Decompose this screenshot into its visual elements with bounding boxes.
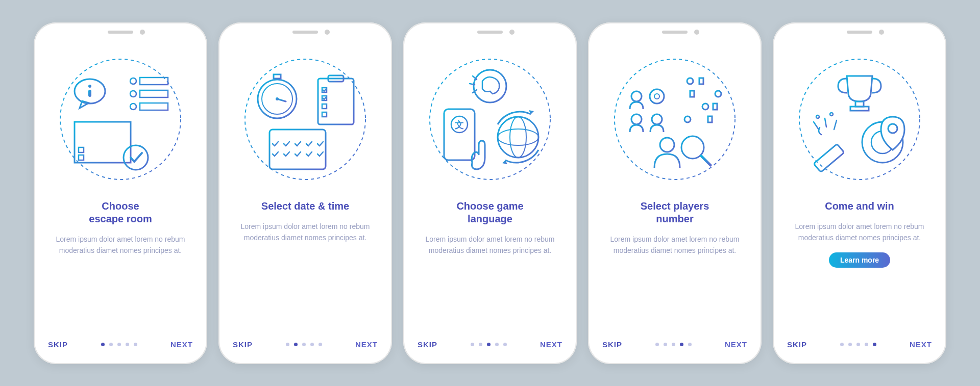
skip-button[interactable]: SKIP bbox=[787, 340, 807, 349]
screen-title: Come and win bbox=[787, 200, 932, 213]
svg-point-17 bbox=[245, 59, 365, 179]
svg-text:文: 文 bbox=[454, 120, 464, 130]
svg-rect-32 bbox=[322, 112, 327, 117]
svg-point-4 bbox=[130, 78, 136, 84]
svg-point-74 bbox=[631, 114, 642, 124]
skip-button[interactable]: SKIP bbox=[418, 340, 437, 349]
skip-button[interactable]: SKIP bbox=[233, 340, 253, 349]
dot bbox=[503, 343, 507, 346]
svg-line-103 bbox=[834, 120, 837, 130]
dot bbox=[286, 343, 289, 346]
language-icon: 文 bbox=[418, 48, 562, 191]
next-button[interactable]: NEXT bbox=[170, 340, 193, 349]
dot bbox=[672, 343, 675, 346]
next-button[interactable]: NEXT bbox=[725, 340, 747, 349]
dot bbox=[655, 343, 659, 346]
dot bbox=[848, 343, 852, 346]
escape-room-icon bbox=[48, 48, 193, 191]
screen-title: Select players number bbox=[602, 200, 747, 225]
svg-point-73 bbox=[631, 91, 642, 101]
svg-rect-63 bbox=[699, 78, 703, 84]
svg-point-82 bbox=[660, 138, 674, 152]
dot bbox=[873, 343, 876, 346]
next-button[interactable]: NEXT bbox=[355, 340, 378, 349]
svg-point-68 bbox=[702, 104, 708, 110]
nav-bar: SKIP NEXT bbox=[787, 333, 932, 349]
svg-point-23 bbox=[276, 97, 279, 100]
svg-rect-66 bbox=[690, 91, 694, 97]
svg-line-96 bbox=[818, 160, 825, 169]
svg-line-100 bbox=[833, 147, 840, 156]
svg-line-84 bbox=[701, 156, 710, 165]
dot bbox=[117, 343, 121, 346]
dot bbox=[856, 343, 860, 346]
svg-rect-14 bbox=[79, 147, 84, 152]
svg-point-45 bbox=[474, 70, 506, 102]
svg-rect-20 bbox=[274, 74, 281, 79]
screen-description: Lorem ipsum dolor amet lorem no rebum mo… bbox=[602, 234, 747, 256]
svg-rect-8 bbox=[140, 90, 168, 97]
dot bbox=[134, 343, 137, 346]
nav-bar: SKIP NEXT bbox=[418, 333, 562, 349]
svg-rect-24 bbox=[318, 79, 354, 124]
svg-point-7 bbox=[130, 91, 136, 97]
dot bbox=[109, 343, 113, 346]
dot bbox=[310, 343, 314, 346]
page-indicator bbox=[655, 343, 692, 346]
svg-line-98 bbox=[825, 153, 832, 162]
date-time-icon bbox=[233, 48, 378, 191]
nav-bar: SKIP NEXT bbox=[602, 333, 747, 349]
svg-point-77 bbox=[654, 94, 659, 99]
svg-line-99 bbox=[829, 150, 837, 159]
win-icon bbox=[787, 48, 932, 191]
svg-line-102 bbox=[825, 118, 826, 127]
dot bbox=[479, 343, 482, 346]
page-indicator bbox=[840, 343, 876, 346]
svg-point-104 bbox=[816, 115, 819, 118]
svg-line-97 bbox=[821, 157, 828, 166]
svg-point-16 bbox=[124, 145, 148, 170]
dot bbox=[664, 343, 667, 346]
dot bbox=[318, 343, 322, 346]
svg-point-62 bbox=[687, 78, 693, 84]
dot bbox=[495, 343, 499, 346]
screen-description: Lorem ipsum dolor amet lorem no rebum mo… bbox=[48, 234, 193, 256]
svg-rect-3 bbox=[88, 90, 91, 97]
next-button[interactable]: NEXT bbox=[540, 340, 562, 349]
svg-rect-72 bbox=[708, 116, 712, 122]
svg-rect-10 bbox=[140, 103, 168, 110]
dot bbox=[126, 343, 129, 346]
learn-more-button[interactable]: Learn more bbox=[829, 252, 890, 268]
screen-title: Choose escape room bbox=[48, 200, 193, 225]
screen-description: Lorem ipsum dolor amet lorem no rebum mo… bbox=[418, 234, 562, 256]
svg-point-2 bbox=[88, 85, 91, 88]
dot bbox=[688, 343, 692, 346]
page-indicator bbox=[101, 343, 137, 346]
dot bbox=[680, 343, 683, 346]
svg-rect-30 bbox=[322, 104, 327, 109]
page-indicator bbox=[286, 343, 322, 346]
players-icon bbox=[602, 48, 747, 191]
svg-rect-87 bbox=[850, 107, 869, 111]
svg-rect-69 bbox=[713, 104, 717, 110]
dot bbox=[487, 343, 491, 346]
svg-point-75 bbox=[652, 114, 662, 124]
dot bbox=[471, 343, 474, 346]
svg-rect-15 bbox=[79, 155, 84, 160]
page-indicator bbox=[471, 343, 507, 346]
svg-point-65 bbox=[715, 91, 721, 97]
dot bbox=[865, 343, 868, 346]
onboarding-phones-container: Choose escape room Lorem ipsum dolor ame… bbox=[34, 22, 946, 364]
skip-button[interactable]: SKIP bbox=[48, 340, 68, 349]
onboarding-screen-4: Select players number Lorem ipsum dolor … bbox=[588, 22, 762, 364]
screen-title: Choose game language bbox=[418, 200, 562, 225]
svg-line-101 bbox=[814, 122, 819, 130]
skip-button[interactable]: SKIP bbox=[602, 340, 622, 349]
dot bbox=[294, 343, 298, 346]
onboarding-screen-1: Choose escape room Lorem ipsum dolor ame… bbox=[34, 22, 207, 364]
onboarding-screen-2: Select date & time Lorem ipsum dolor ame… bbox=[218, 22, 392, 364]
svg-point-105 bbox=[830, 113, 833, 116]
nav-bar: SKIP NEXT bbox=[48, 333, 193, 349]
next-button[interactable]: NEXT bbox=[910, 340, 932, 349]
screen-description: Lorem ipsum dolor amet lorem no rebum mo… bbox=[787, 221, 932, 244]
